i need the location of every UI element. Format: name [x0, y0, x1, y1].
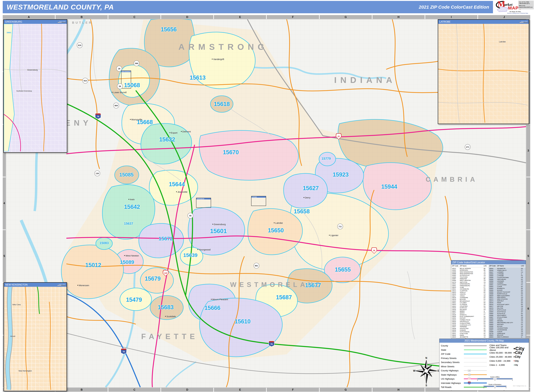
cell-name: BRADENVILLE — [460, 300, 484, 302]
grid-letter: F — [267, 388, 319, 392]
cell-zip: 15613 — [451, 292, 460, 293]
scale-tick: 2 — [495, 379, 495, 381]
legend-item-label: Primary Streets — [441, 357, 464, 359]
cell-loc: D3 — [521, 293, 526, 295]
city-class-rows: Cities 100,000 and AboveCityCities 50,00… — [490, 347, 528, 367]
inset-scale: Scale in Miles — [57, 284, 65, 286]
table-row: 15655LAUGHLINTOWNH6 — [489, 277, 526, 279]
grid-letter: D — [161, 15, 213, 19]
cell-name: HOSTETTER — [460, 328, 484, 329]
inset-zip-label: 15601 — [7, 32, 11, 33]
cell-name: HANNASTOWN — [460, 322, 484, 324]
legend-item-label: ZIP Code — [441, 353, 464, 355]
cell-loc: C5 — [484, 307, 489, 309]
city-dot-icon — [514, 352, 515, 353]
cell-name: ARDARA — [460, 293, 484, 295]
cell-loc: F4 — [484, 300, 489, 302]
cell-loc: F7 — [484, 287, 489, 288]
legend-item-label: County — [441, 344, 464, 347]
cell-name: ACME — [460, 287, 484, 288]
map-legend: 2021 Westmoreland County, PA Map CountyS… — [439, 339, 529, 391]
cell-zip: 15698 — [489, 331, 497, 332]
grid-number: 5 — [526, 230, 530, 282]
grid-letter: C — [108, 388, 161, 392]
table-row: 15623CLARIDGED4 — [451, 304, 489, 305]
cell-name: CLARIDGE — [460, 304, 484, 305]
cell-loc: G6 — [521, 317, 526, 318]
cell-zip: 15644 — [489, 268, 497, 269]
cell-zip: 15479 — [451, 281, 460, 283]
cell-zip: 15658 — [489, 280, 497, 282]
city-class-sample: City — [514, 355, 520, 359]
inset-roads — [4, 287, 66, 390]
table-row: 15698YUKONC6 — [489, 331, 526, 332]
city-class-row: Cities 50,000 - 99,999City — [490, 351, 528, 355]
cell-zip: 15662 — [489, 286, 497, 287]
cell-loc: E2 — [484, 297, 489, 298]
cell-zip: 15692 — [489, 322, 497, 323]
cell-name: MAMMOTH — [497, 288, 521, 289]
cell-loc: E5 — [521, 304, 526, 305]
city-class-label: Cities 50,000 - 99,999 — [490, 351, 514, 354]
table-row: 15695WYANOC6 — [489, 325, 526, 327]
cell-loc: E6 — [521, 300, 526, 302]
cell-zip: 15617 — [451, 295, 460, 297]
inset-header: LATROBE Scale in Miles — [438, 20, 529, 24]
cell-loc: D5 — [521, 329, 526, 331]
page-title: WESTMORELAND COUNTY, PA — [7, 3, 114, 11]
cell-name: TRAFFORD — [460, 276, 484, 278]
scalebar — [477, 378, 513, 379]
inset-latrobe: LATROBE Scale in Miles Latrobe — [438, 19, 529, 124]
table-row: 15640HUTCHINSONC5 — [451, 331, 489, 333]
table-row: 15634GRAPEVILLED4 — [451, 321, 489, 322]
legend-item-label: Toll Roads — [441, 386, 464, 388]
cell-loc: C5 — [521, 320, 526, 322]
cell-zip: 15627 — [451, 312, 460, 314]
cell-zip: 15674 — [489, 300, 497, 302]
cell-zip: 15619 — [451, 299, 460, 300]
cell-loc: F4 — [484, 312, 489, 314]
cell-zip: 15627 — [451, 311, 460, 312]
cell-name: NEW KENSINGTON — [460, 271, 484, 273]
inset-city-label: Arnold — [10, 335, 15, 337]
cell-loc: F3 — [521, 295, 526, 296]
table-row: 15674NORVELTE6 — [489, 300, 526, 302]
scalebar-ticks: 024 — [477, 379, 513, 381]
cell-loc: D4 — [521, 302, 526, 303]
zip-index-body: 15012BELLE VERNONB615062MONESSENB615068N… — [451, 267, 526, 338]
table-row: 15601GREENSBURGA2 — [451, 283, 489, 285]
table-row: 15697YOUNGWOODD5 — [489, 329, 526, 331]
cell-name: BOLIVAR — [497, 334, 521, 336]
legend-item: State — [441, 348, 488, 352]
cell-loc: F7 — [521, 270, 526, 271]
table-row: 15632EXPORTD3 — [451, 317, 489, 319]
cell-zip: 15696 — [489, 327, 497, 329]
grid-number: 4 — [526, 177, 530, 229]
cell-loc: A6 — [484, 271, 489, 273]
zip-code-index: ZIP Code Index/Grid Locator ZIP CodeZIP … — [451, 260, 526, 338]
cell-zip: 15062 — [451, 269, 460, 271]
table-row: 15636HARRISON CITYD4 — [451, 324, 489, 326]
grid-letter: C — [108, 15, 161, 19]
cell-name: GREENSBURG — [460, 283, 484, 285]
table-row: 15661LOYALHANNAF4 — [489, 284, 526, 286]
scalebar-miles: Scale in Miles 024 — [477, 376, 513, 381]
cell-loc: C6 — [484, 280, 489, 281]
table-row: 15087WEBSTERB6 — [451, 278, 489, 280]
cell-zip: 15668 — [489, 293, 497, 295]
cell-loc: F5 — [521, 327, 526, 329]
inset-header: NEW KENSINGTON Scale in Miles — [4, 283, 66, 287]
cell-name: HUTCHINSON — [460, 331, 484, 333]
cell-name: DELMONT — [460, 309, 484, 310]
table-row: 15944NEW FLORENCEI4 — [489, 336, 526, 338]
scale-tick: 4 — [512, 379, 513, 381]
cell-loc: D5 — [484, 288, 489, 290]
inset-city-label: New Kensington — [19, 370, 32, 372]
legend-line-sample — [464, 344, 488, 348]
table-row: 15683SCOTTDALED7 — [489, 311, 526, 313]
table-row: 15687STAHLSTOWNG6 — [489, 316, 526, 318]
grid-number: 4 — [3, 177, 6, 229]
cell-loc: B6 — [484, 268, 489, 269]
cell-loc: F4 — [521, 284, 526, 285]
city-class-sample: City — [514, 364, 518, 366]
